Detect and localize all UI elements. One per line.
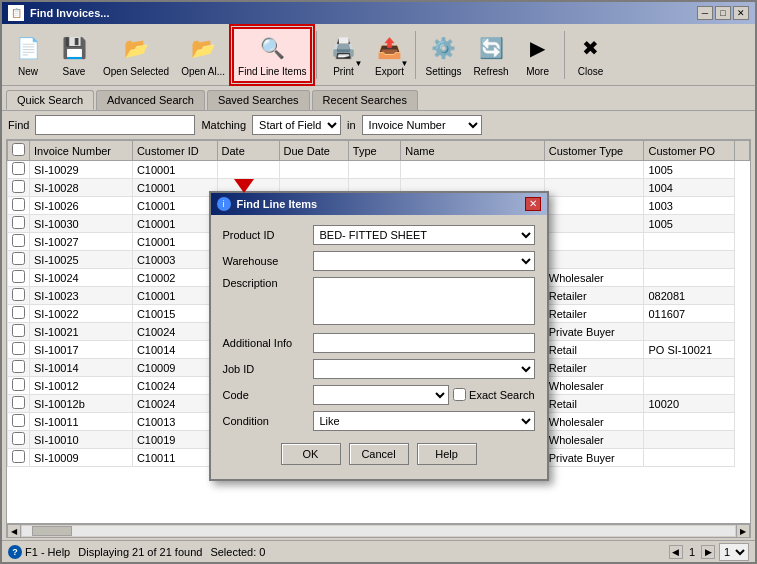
refresh-icon: 🔄 (475, 32, 507, 64)
print-dropdown-arrow: ▼ (355, 59, 363, 68)
description-control (313, 277, 535, 327)
dialog-title-left: i Find Line Items (217, 197, 318, 211)
job-id-control (313, 359, 535, 379)
find-line-items-icon: 🔍 (256, 32, 288, 64)
title-bar: 📋 Find Invoices... ─ □ ✕ (2, 2, 755, 24)
new-icon: 📄 (12, 32, 44, 64)
print-button[interactable]: 🖨️ Print ▼ (321, 27, 365, 83)
next-page-button[interactable]: ▶ (701, 545, 715, 559)
print-label: Print (333, 66, 354, 77)
save-button[interactable]: 💾 Save (52, 27, 96, 83)
condition-control: Like Equals Contains (313, 411, 535, 431)
description-row: Description (223, 277, 535, 327)
more-icon: ▶ (522, 32, 554, 64)
dialog-title: Find Line Items (237, 198, 318, 210)
find-line-items-dialog: i Find Line Items ✕ Product ID BED- FITT… (209, 191, 549, 481)
description-label: Description (223, 277, 313, 289)
product-id-label: Product ID (223, 229, 313, 241)
help-button[interactable]: Help (417, 443, 477, 465)
save-label: Save (63, 66, 86, 77)
warehouse-select[interactable] (313, 251, 535, 271)
additional-info-row: Additional Info (223, 333, 535, 353)
help-icon: ? (8, 545, 22, 559)
close-toolbar-icon: ✖ (575, 32, 607, 64)
code-label: Code (223, 389, 313, 401)
selected-count-text: Selected: 0 (210, 546, 265, 558)
tab-recent-searches[interactable]: Recent Searches (312, 90, 418, 110)
exact-search-checkbox[interactable] (453, 388, 466, 401)
status-bar: ? F1 - Help Displaying 21 of 21 found Se… (2, 540, 755, 562)
exact-search-container: Exact Search (453, 388, 534, 401)
help-key-label: F1 - Help (25, 546, 70, 558)
product-id-control: BED- FITTED SHEET (313, 225, 535, 245)
window-icon: 📋 (8, 5, 24, 21)
settings-label: Settings (425, 66, 461, 77)
code-row: Code Exact Search (223, 385, 535, 405)
new-label: New (18, 66, 38, 77)
job-id-label: Job ID (223, 363, 313, 375)
product-id-select[interactable]: BED- FITTED SHEET (313, 225, 535, 245)
toolbar-sep-2 (415, 31, 416, 79)
additional-info-control (313, 333, 535, 353)
close-window-button[interactable]: ✕ (733, 6, 749, 20)
dialog-buttons: OK Cancel Help (223, 437, 535, 469)
open-selected-icon: 📂 (120, 32, 152, 64)
toolbar-sep-1 (316, 31, 317, 79)
prev-page-button[interactable]: ◀ (669, 545, 683, 559)
tab-quick-search[interactable]: Quick Search (6, 90, 94, 110)
open-all-button[interactable]: 📂 Open Al... (176, 27, 230, 83)
display-count-text: Displaying 21 of 21 found (78, 546, 202, 558)
code-select[interactable] (313, 385, 450, 405)
tab-bar: Quick Search Advanced Search Saved Searc… (2, 86, 755, 110)
additional-info-label: Additional Info (223, 337, 313, 349)
page-navigation: ◀ 1 ▶ 1 (669, 543, 749, 561)
exact-search-label: Exact Search (469, 389, 534, 401)
find-line-items-button[interactable]: 🔍 Find Line Items (232, 27, 312, 83)
minimize-button[interactable]: ─ (697, 6, 713, 20)
condition-select[interactable]: Like Equals Contains (313, 411, 535, 431)
export-label: Export (375, 66, 404, 77)
dialog-arrow (234, 179, 254, 193)
title-controls: ─ □ ✕ (697, 6, 749, 20)
additional-info-input[interactable] (313, 333, 535, 353)
code-control: Exact Search (313, 385, 535, 405)
product-id-row: Product ID BED- FITTED SHEET (223, 225, 535, 245)
main-window: 📋 Find Invoices... ─ □ ✕ 📄 New 💾 Save 📂 … (0, 0, 757, 564)
find-line-items-label: Find Line Items (238, 66, 306, 77)
export-dropdown-arrow: ▼ (401, 59, 409, 68)
settings-icon: ⚙️ (428, 32, 460, 64)
dialog-close-button[interactable]: ✕ (525, 197, 541, 211)
dialog-body: Product ID BED- FITTED SHEET Warehouse (211, 215, 547, 479)
open-all-icon: 📂 (187, 32, 219, 64)
ok-button[interactable]: OK (281, 443, 341, 465)
open-selected-label: Open Selected (103, 66, 169, 77)
cancel-button[interactable]: Cancel (349, 443, 409, 465)
help-indicator: ? F1 - Help (8, 545, 70, 559)
page-size-dropdown[interactable]: 1 (719, 543, 749, 561)
more-label: More (526, 66, 549, 77)
window-title: Find Invoices... (30, 7, 109, 19)
more-button[interactable]: ▶ More (516, 27, 560, 83)
settings-button[interactable]: ⚙️ Settings (420, 27, 466, 83)
close-toolbar-button[interactable]: ✖ Close (569, 27, 613, 83)
refresh-button[interactable]: 🔄 Refresh (469, 27, 514, 83)
save-icon: 💾 (58, 32, 90, 64)
toolbar-sep-3 (564, 31, 565, 79)
dialog-title-bar: i Find Line Items ✕ (211, 193, 547, 215)
tab-saved-searches[interactable]: Saved Searches (207, 90, 310, 110)
new-button[interactable]: 📄 New (6, 27, 50, 83)
job-id-select[interactable] (313, 359, 535, 379)
warehouse-label: Warehouse (223, 255, 313, 267)
maximize-button[interactable]: □ (715, 6, 731, 20)
description-textarea[interactable] (313, 277, 535, 325)
content-area: Find Matching Start of Field Any Part in… (2, 110, 755, 540)
export-button[interactable]: 📤 Export ▼ (367, 27, 411, 83)
condition-label: Condition (223, 415, 313, 427)
tab-advanced-search[interactable]: Advanced Search (96, 90, 205, 110)
dialog-icon: i (217, 197, 231, 211)
condition-row: Condition Like Equals Contains (223, 411, 535, 431)
job-id-row: Job ID (223, 359, 535, 379)
open-selected-button[interactable]: 📂 Open Selected (98, 27, 174, 83)
page-nav: ◀ 1 ▶ (669, 545, 715, 559)
title-bar-left: 📋 Find Invoices... (8, 5, 109, 21)
